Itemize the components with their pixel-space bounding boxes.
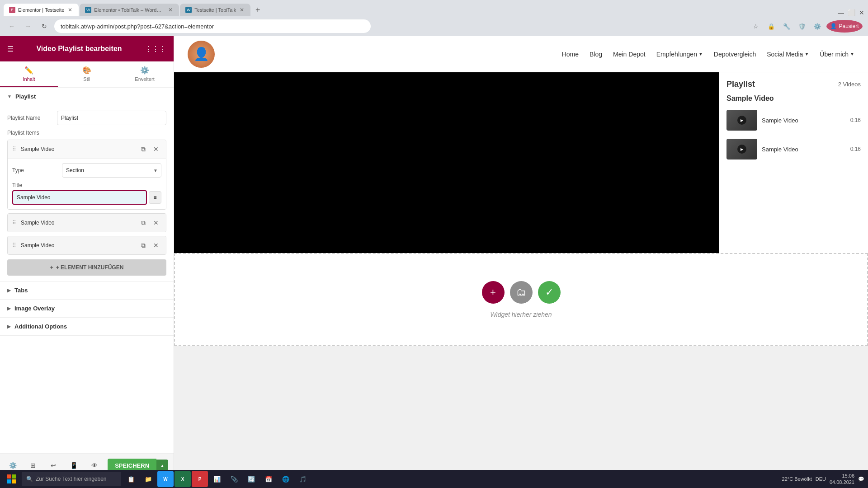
section-playlist: ▼ Playlist Playlist Name Playlist Items — [0, 88, 174, 282]
taskbar-right: 22°C Bewölkt DEU 15:06 04.08.2021 💬 — [782, 473, 864, 486]
nav-mein-depot[interactable]: Mein Depot — [613, 51, 646, 58]
video-thumb-1: ▶ — [726, 110, 757, 131]
video-list-item-1[interactable]: ▶ Sample Video 0:16 — [726, 108, 861, 132]
duplicate-item-2-btn[interactable]: ⧉ — [138, 217, 149, 228]
tab-2-close[interactable]: ✕ — [167, 7, 174, 13]
extension-btn-4[interactable]: ⚙️ — [811, 20, 824, 33]
taskbar-search-icon: 🔍 — [26, 476, 33, 482]
add-element-btn[interactable]: + + ELEMENT HINZUFÜGEN — [7, 259, 166, 276]
playlist-section-body: Playlist Name Playlist Items ⠿ Sample Vi… — [0, 105, 174, 281]
tab-3-close[interactable]: ✕ — [239, 7, 245, 13]
extension-btn-3[interactable]: 🛡️ — [796, 20, 808, 33]
bookmark-btn[interactable]: ☆ — [750, 20, 762, 33]
drop-buttons: + 🗂 ✓ — [482, 281, 561, 304]
taskbar-lang: DEU — [816, 476, 826, 482]
add-element-label: + ELEMENT HINZUFÜGEN — [56, 264, 124, 271]
svg-rect-3 — [12, 479, 16, 483]
duplicate-item-1-btn[interactable]: ⧉ — [138, 144, 149, 155]
minimize-btn[interactable]: — — [838, 9, 844, 16]
nav-empfehlungen[interactable]: Empfehlungen ▼ — [656, 51, 703, 58]
delete-item-3-btn[interactable]: ✕ — [151, 240, 161, 251]
section-tabs-header[interactable]: ▶ Tabs — [0, 282, 174, 299]
address-input[interactable] — [54, 19, 371, 33]
playlist-item-3-actions: ⧉ ✕ — [138, 240, 161, 251]
windows-icon — [7, 474, 16, 483]
taskbar-app-8[interactable]: 🔄 — [243, 471, 259, 487]
playlist-item-3-header[interactable]: ⠿ Sample Video ⧉ ✕ — [8, 236, 166, 254]
reload-button[interactable]: ↻ — [38, 20, 51, 33]
playlist-name-input[interactable] — [57, 111, 166, 125]
taskbar-app-10[interactable]: 🌐 — [278, 471, 294, 487]
taskbar-app-5[interactable]: P — [192, 471, 208, 487]
add-widget-btn[interactable]: + — [482, 281, 505, 304]
nav-social-media[interactable]: Social Media ▼ — [767, 51, 809, 58]
playlist-item-2: ⠿ Sample Video ⧉ ✕ — [7, 213, 166, 232]
section-image-overlay-header[interactable]: ▶ Image Overlay — [0, 300, 174, 317]
panel-grid-btn[interactable]: ⋮⋮⋮ — [145, 45, 166, 53]
tab-stil[interactable]: 🎨 Stil — [58, 61, 116, 87]
social-media-chevron: ▼ — [804, 52, 809, 56]
drag-handle-2[interactable]: ⠿ — [12, 220, 16, 226]
extension-btn-2[interactable]: 🔧 — [780, 20, 793, 33]
video-list-item-2[interactable]: ▶ Sample Video 0:16 — [726, 137, 861, 161]
type-select[interactable]: Section Video — [62, 163, 161, 178]
close-window-btn[interactable]: ✕ — [859, 9, 864, 16]
drag-handle-1[interactable]: ⠿ — [12, 146, 16, 152]
title-input[interactable] — [12, 190, 147, 205]
inhalt-icon: ✏️ — [24, 66, 33, 75]
confirm-btn[interactable]: ✓ — [538, 281, 561, 304]
extension-btn-1[interactable]: 🔒 — [765, 20, 778, 33]
folder-btn[interactable]: 🗂 — [510, 281, 533, 304]
dynamic-tags-btn[interactable]: ≡ — [149, 191, 161, 204]
ueber-mich-chevron: ▼ — [850, 52, 854, 56]
duplicate-item-3-btn[interactable]: ⧉ — [138, 240, 149, 251]
taskbar-search[interactable]: 🔍 Zur Suche Text hier eingeben — [22, 472, 121, 486]
tab-1-close[interactable]: ✕ — [67, 7, 73, 13]
taskbar-app-11[interactable]: 🎵 — [295, 471, 311, 487]
nav-ueber-mich[interactable]: Über mich ▼ — [820, 51, 854, 58]
panel-menu-btn[interactable]: ☰ — [7, 45, 14, 53]
section-tabs: ▶ Tabs — [0, 282, 174, 300]
new-tab-button[interactable]: + — [251, 4, 264, 16]
tab-1[interactable]: E Elementor | Testseite ✕ — [4, 4, 79, 16]
tab-3[interactable]: W Testseite | TobiTalk ✕ — [180, 4, 250, 16]
tabs-section-label: Tabs — [14, 287, 28, 294]
playlist-item-1-body: Type Section Video ▼ — [8, 158, 166, 209]
nav-home[interactable]: Home — [562, 51, 579, 58]
delete-item-1-btn[interactable]: ✕ — [151, 144, 161, 155]
tab-inhalt[interactable]: ✏️ Inhalt — [0, 61, 58, 87]
section-additional-options-header[interactable]: ▶ Additional Options — [0, 318, 174, 335]
main-layout: ☰ Video Playlist bearbeiten ⋮⋮⋮ ✏️ Inhal… — [0, 36, 868, 477]
nav-blog[interactable]: Blog — [590, 51, 602, 58]
title-field-wrapper: Title ≡ — [12, 182, 161, 205]
taskbar-app-4[interactable]: X — [175, 471, 191, 487]
taskbar-app-3[interactable]: W — [157, 471, 174, 487]
nav-depotvergleich[interactable]: Depotvergleich — [714, 51, 756, 58]
playlist-item-2-header[interactable]: ⠿ Sample Video ⧉ ✕ — [8, 214, 166, 232]
tab-2[interactable]: W Elementor • TobiTalk – WordPr... ✕ — [80, 4, 179, 16]
playlist-item-1-header[interactable]: ⠿ Sample Video ⧉ ✕ — [8, 140, 166, 158]
taskbar-app-1[interactable]: 📋 — [123, 471, 139, 487]
start-button[interactable] — [4, 471, 20, 487]
delete-item-2-btn[interactable]: ✕ — [151, 217, 161, 228]
taskbar-app-2[interactable]: 📁 — [140, 471, 156, 487]
taskbar-app-6[interactable]: 📊 — [209, 471, 225, 487]
taskbar-app-9[interactable]: 📅 — [260, 471, 277, 487]
drag-handle-3[interactable]: ⠿ — [12, 242, 16, 249]
empfehlungen-chevron: ▼ — [698, 52, 703, 56]
add-element-icon: + — [50, 264, 53, 271]
panel-header: ☰ Video Playlist bearbeiten ⋮⋮⋮ — [0, 36, 174, 61]
section-additional-options: ▶ Additional Options — [0, 318, 174, 336]
logo-person-icon: 👤 — [193, 47, 209, 61]
tab-erweitert[interactable]: ⚙️ Erweitert — [116, 61, 174, 87]
taskbar-notification[interactable]: 💬 — [858, 476, 864, 482]
profile-button[interactable]: 👤 Pausiert — [826, 20, 863, 33]
forward-button[interactable]: → — [22, 20, 34, 33]
maximize-btn[interactable]: ⬜ — [848, 9, 855, 16]
video-player[interactable] — [174, 72, 719, 253]
video-section: Playlist 2 Videos Sample Video ▶ Sample … — [174, 72, 868, 253]
back-button[interactable]: ← — [5, 20, 18, 33]
taskbar-app-7[interactable]: 📎 — [226, 471, 242, 487]
section-playlist-header[interactable]: ▼ Playlist — [0, 88, 174, 105]
tab-1-label: Elementor | Testseite — [18, 7, 64, 13]
